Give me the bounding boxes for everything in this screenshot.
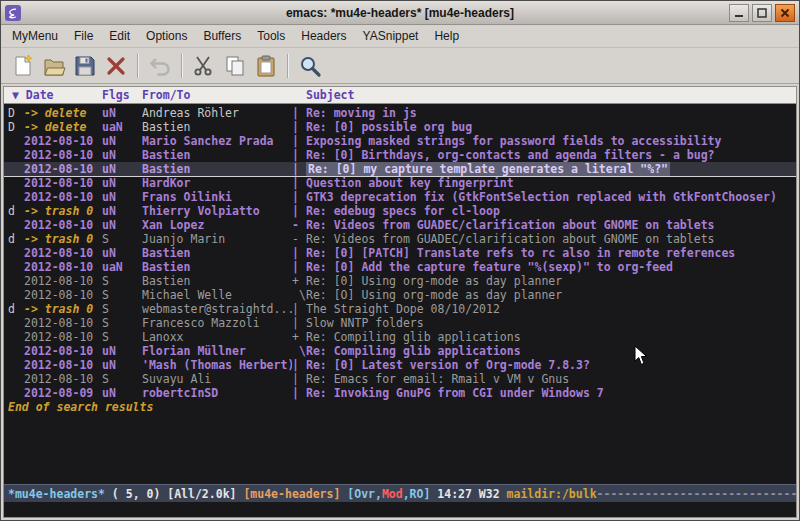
undo-button[interactable] (144, 51, 175, 81)
headers-column-header[interactable]: ▼ Date Flgs From/To Subject (4, 87, 796, 104)
message-from: Bastien (142, 120, 292, 134)
message-row[interactable]: 2012-08-10SLanoxx+Re: Compiling glib app… (4, 330, 796, 344)
maximize-icon (757, 8, 767, 18)
open-file-button[interactable] (38, 51, 69, 81)
column-flags[interactable]: Flgs (102, 88, 142, 102)
message-from: 'Mash (Thomas Herbert) (142, 358, 292, 372)
menu-item-buffers[interactable]: Buffers (195, 26, 249, 46)
message-row[interactable]: 2012-08-10SFrancesco Mazzoli|Slow NNTP f… (4, 316, 796, 330)
message-from: Frans Oilinki (142, 190, 292, 204)
headers-buffer: D-> deleteuNAndreas Röhler|Re: moving in… (4, 104, 796, 484)
thread-indicator: - (292, 218, 306, 232)
message-subject: Re: [O] Using org-mode as day planner (306, 288, 796, 302)
message-subject: Re: [0] possible org bug (306, 120, 796, 134)
menu-item-edit[interactable]: Edit (101, 26, 138, 46)
message-row[interactable]: D-> deleteuNAndreas Röhler|Re: moving in… (4, 106, 796, 120)
thread-indicator: + (292, 330, 306, 344)
menu-item-yasnippet[interactable]: YASnippet (355, 26, 427, 46)
column-subject[interactable]: Subject (306, 88, 354, 102)
kill-buffer-button[interactable] (100, 51, 131, 81)
cut-button[interactable] (188, 51, 219, 81)
search-button[interactable] (294, 51, 325, 81)
message-flags: uN (102, 176, 142, 190)
message-flags: uN (102, 148, 142, 162)
message-subject: Re: [0] Birthdays, org-contacts and agen… (306, 148, 796, 162)
message-subject: Re: Compiling glib applications (306, 344, 796, 358)
column-date[interactable]: ▼ Date (12, 88, 102, 102)
modeline-segment: 14:27 W32 (430, 487, 506, 501)
message-row[interactable]: 2012-08-10uNBastien|Re: [0] [PATCH] Tran… (4, 246, 796, 260)
message-subject: Re: Compiling glib applications (306, 330, 796, 344)
message-date: -> delete (24, 120, 102, 134)
thread-indicator: + (292, 274, 306, 288)
message-date: 2012-08-10 (24, 218, 102, 232)
modeline-segment: *mu4e-headers* (8, 487, 105, 501)
menu-item-headers[interactable]: Headers (293, 26, 354, 46)
message-from: Bastien (142, 148, 292, 162)
paste-button[interactable] (250, 51, 281, 81)
message-row[interactable]: 2012-08-10uN'Mash (Thomas Herbert)|Re: [… (4, 358, 796, 372)
message-row[interactable]: 2012-08-10uNFlorian Müllner \Re: Compili… (4, 344, 796, 358)
menu-item-tools[interactable]: Tools (249, 26, 293, 46)
message-flags: S (102, 302, 142, 316)
message-row[interactable]: 2012-08-10uNBastien|Re: [0] Birthdays, o… (4, 148, 796, 162)
clipboard-icon (254, 54, 278, 78)
new-file-button[interactable] (7, 51, 38, 81)
message-date: 2012-08-10 (24, 148, 102, 162)
thread-indicator: | (292, 204, 306, 218)
message-flags: uN (102, 204, 142, 218)
message-row[interactable]: D-> deleteuaNBastien|Re: [0] possible or… (4, 120, 796, 134)
message-row[interactable]: 2012-08-10SMichael Welle \Re: [O] Using … (4, 288, 796, 302)
toolbar-separator (137, 54, 138, 78)
save-buffer-button[interactable] (69, 51, 100, 81)
thread-indicator: - (292, 232, 306, 246)
menu-item-mymenu[interactable]: MyMenu (4, 26, 66, 46)
message-subject: Re: [0] Using org-mode as day planner (306, 274, 796, 288)
column-from[interactable]: From/To (142, 88, 292, 102)
thread-indicator: \ (292, 288, 306, 302)
message-row[interactable]: 2012-08-10uNBastien|Re: [0] my capture t… (4, 162, 796, 176)
message-date: 2012-08-10 (24, 330, 102, 344)
thread-indicator: | (292, 358, 306, 372)
titlebar[interactable]: emacs: *mu4e-headers* [mu4e-headers] (1, 1, 799, 25)
message-flags: S (102, 372, 142, 386)
message-row[interactable]: 2012-08-09uNrobertcInSD|Re: Invoking Gnu… (4, 386, 796, 400)
echo-area[interactable] (4, 502, 796, 517)
minimize-button[interactable] (729, 4, 749, 22)
message-subject: Re: [0] Latest version of Org-mode 7.8.3… (306, 358, 796, 372)
message-row[interactable]: d-> trash 0Swebmaster@straightd...|The S… (4, 302, 796, 316)
thread-indicator: | (292, 372, 306, 386)
message-row[interactable]: 2012-08-10uNXan Lopez-Re: Videos from GU… (4, 218, 796, 232)
message-date: -> trash 0 (24, 232, 102, 246)
end-of-search-results: End of search results (4, 400, 796, 414)
copy-button[interactable] (219, 51, 250, 81)
message-flags: uN (102, 344, 142, 358)
message-row[interactable]: 2012-08-10uNHardKor|Question about key f… (4, 176, 796, 190)
thread-indicator: | (292, 190, 306, 204)
message-subject: Question about key fingerprint (306, 176, 796, 190)
message-row[interactable]: d-> trash 0uNThierry Volpiatto|Re: edebu… (4, 204, 796, 218)
thread-indicator: | (292, 106, 306, 120)
maximize-button[interactable] (752, 4, 772, 22)
message-row[interactable]: 2012-08-10uaNBastien|Re: [0] Add the cap… (4, 260, 796, 274)
search-icon (298, 54, 322, 78)
message-date: 2012-08-09 (24, 386, 102, 400)
message-from: Xan Lopez (142, 218, 292, 232)
thread-indicator: | (292, 386, 306, 400)
menu-item-options[interactable]: Options (138, 26, 195, 46)
message-subject: Re: [0] my capture template generates a … (306, 162, 796, 176)
new-file-icon (11, 54, 35, 78)
close-button[interactable] (775, 4, 795, 22)
message-from: Bastien (142, 246, 292, 260)
message-from: webmaster@straightd... (142, 302, 292, 316)
message-row[interactable]: d-> trash 0SJuanjo Marin-Re: Videos from… (4, 232, 796, 246)
menu-item-file[interactable]: File (66, 26, 101, 46)
message-from: HardKor (142, 176, 292, 190)
message-row[interactable]: 2012-08-10uNFrans Oilinki|GTK3 deprecati… (4, 190, 796, 204)
message-row[interactable]: 2012-08-10SSuvayu Ali|Re: Emacs for emai… (4, 372, 796, 386)
menu-item-help[interactable]: Help (426, 26, 467, 46)
message-row[interactable]: 2012-08-10uNMario Sanchez Prada|Exposing… (4, 134, 796, 148)
message-row[interactable]: 2012-08-10SBastien+Re: [0] Using org-mod… (4, 274, 796, 288)
message-date: 2012-08-10 (24, 176, 102, 190)
close-x-icon (104, 54, 128, 78)
